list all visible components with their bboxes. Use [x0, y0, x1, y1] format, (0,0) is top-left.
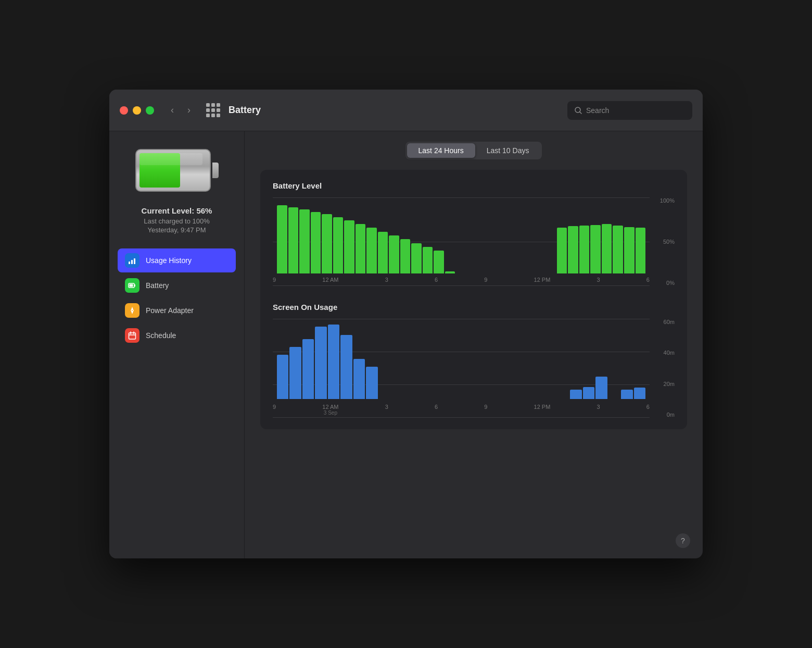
nav-buttons: ‹ › — [166, 104, 196, 117]
app-window: ‹ › Battery Search — [109, 90, 703, 558]
back-button[interactable]: ‹ — [166, 104, 179, 117]
battery-icon-container — [135, 147, 219, 194]
titlebar: ‹ › Battery Search — [109, 90, 703, 131]
help-button[interactable]: ? — [676, 533, 690, 548]
y-label-60m: 60m — [664, 319, 675, 325]
battery-bar — [434, 251, 444, 273]
svg-line-1 — [580, 112, 581, 114]
battery-shine — [139, 153, 202, 165]
screen-usage-chart: Screen On Usage 60m 40m 20 — [273, 303, 675, 418]
x-label-group-12am: 12 AM 3 Sep — [322, 404, 338, 416]
battery-info: Current Level: 56% Last charged to 100% … — [142, 206, 212, 234]
screen-bar — [277, 355, 288, 399]
battery-body — [135, 149, 211, 192]
main-content: Last 24 Hours Last 10 Days Battery Level — [245, 131, 703, 440]
battery-y-labels: 100% 50% 0% — [652, 197, 675, 286]
y-label-20m: 20m — [664, 381, 675, 387]
battery-bar — [322, 214, 332, 273]
battery-bar — [411, 243, 422, 273]
screen-chart-area: 60m 40m 20m 0m 9 12 AM — [273, 319, 675, 418]
sidebar-item-power-adapter[interactable]: Power Adapter — [118, 298, 236, 322]
sidebar-item-label: Power Adapter — [146, 306, 194, 315]
search-icon — [575, 107, 582, 114]
y-label-40m: 40m — [664, 350, 675, 356]
y-label-0: 0% — [666, 280, 675, 286]
traffic-lights — [120, 106, 154, 115]
battery-bar — [299, 209, 310, 273]
fullscreen-button[interactable] — [146, 106, 154, 115]
forward-button[interactable]: › — [182, 104, 196, 117]
y-label-50: 50% — [663, 239, 675, 245]
last-charged-label: Last charged to 100% — [142, 217, 212, 225]
battery-level-chart: Battery Level 100% 50% 0% — [273, 181, 675, 286]
battery-bars-area — [273, 197, 650, 273]
sidebar-item-battery[interactable]: Battery — [118, 273, 236, 297]
battery-bar — [557, 228, 567, 273]
battery-bar — [311, 212, 321, 273]
grid-dot — [211, 108, 215, 112]
main-wrapper: Last 24 Hours Last 10 Days Battery Level — [245, 131, 703, 558]
x-label-3: 3 — [385, 277, 388, 283]
sidebar-item-label: Schedule — [146, 331, 176, 340]
screen-bar — [340, 335, 352, 399]
x-label-6: 6 — [435, 404, 438, 410]
screen-bar — [315, 327, 326, 399]
sidebar-item-usage-history[interactable]: Usage History — [118, 248, 236, 272]
battery-nav-icon — [125, 278, 139, 293]
x-label-12am: 12 AM — [322, 404, 338, 410]
sidebar-item-schedule[interactable]: Schedule — [118, 323, 236, 347]
screen-bar — [353, 359, 365, 399]
charts-container: Battery Level 100% 50% 0% — [260, 170, 687, 429]
svg-rect-6 — [134, 284, 135, 286]
battery-bar — [423, 247, 433, 273]
battery-bar — [277, 205, 287, 273]
grid-dot — [206, 103, 210, 107]
battery-bar — [636, 228, 646, 273]
battery-terminal — [212, 163, 219, 178]
tab-last-10-days[interactable]: Last 10 Days — [475, 143, 541, 158]
battery-bar — [389, 235, 399, 273]
grid-dot — [211, 103, 215, 107]
grid-dot — [206, 108, 210, 112]
search-box[interactable]: Search — [567, 101, 692, 120]
x-label-6: 6 — [435, 277, 438, 283]
x-label-6b: 6 — [646, 404, 650, 410]
screen-bar — [328, 325, 339, 399]
screen-bar — [302, 339, 314, 400]
x-label-9b: 9 — [484, 277, 487, 283]
battery-bar — [602, 224, 612, 273]
y-label-0m: 0m — [667, 412, 675, 418]
x-label-12am: 12 AM — [322, 277, 338, 283]
svg-rect-10 — [129, 333, 136, 339]
current-level-label: Current Level: 56% — [142, 206, 212, 215]
x-label-9b: 9 — [484, 404, 487, 410]
last-charged-time: Yesterday, 9:47 PM — [142, 226, 212, 234]
grid-dot — [217, 103, 220, 107]
search-placeholder: Search — [586, 106, 609, 115]
battery-bar — [344, 220, 354, 273]
schedule-icon — [125, 328, 139, 343]
content-area: Current Level: 56% Last charged to 100% … — [109, 131, 703, 558]
svg-rect-3 — [131, 260, 133, 264]
battery-bar — [613, 226, 623, 273]
battery-bar — [400, 239, 411, 273]
minimize-button[interactable] — [133, 106, 141, 115]
tab-last-24-hours[interactable]: Last 24 Hours — [407, 143, 475, 158]
svg-rect-2 — [129, 261, 130, 264]
screen-x-axis: 9 12 AM 3 Sep 3 6 9 12 PM 3 — [273, 399, 650, 418]
grid-dot — [217, 108, 220, 112]
grid-icon[interactable] — [206, 103, 220, 117]
battery-x-labels: 9 12 AM 3 6 9 12 PM 3 6 — [273, 277, 650, 283]
screen-bar — [583, 387, 594, 399]
power-adapter-icon — [125, 303, 139, 318]
svg-marker-9 — [131, 310, 134, 314]
close-button[interactable] — [120, 106, 128, 115]
svg-rect-7 — [130, 284, 133, 287]
battery-bar — [378, 232, 388, 273]
sidebar-item-label: Battery — [146, 281, 169, 290]
x-label-9: 9 — [273, 404, 276, 410]
screen-bar — [595, 377, 607, 399]
screen-y-labels: 60m 40m 20m 0m — [652, 319, 675, 418]
battery-bar — [579, 226, 590, 273]
x-label-12pm: 12 PM — [534, 404, 551, 410]
